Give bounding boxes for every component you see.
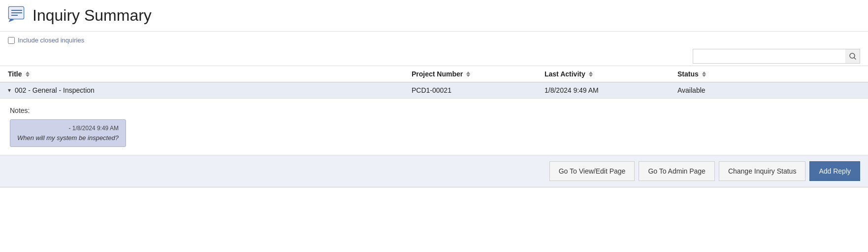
page-title: Inquiry Summary [32,6,152,25]
table-row: ▾ 002 - General - Inspection PCD1-00021 … [0,82,868,187]
expand-icon[interactable]: ▾ [8,87,11,94]
action-footer: Go To View/Edit Page Go To Admin Page Ch… [0,155,868,187]
include-closed-label[interactable]: Include closed inquiries [8,36,84,44]
include-closed-checkbox[interactable] [8,37,15,44]
search-row [0,47,868,66]
row-project-number: PCD1-00021 [412,86,545,94]
page-header: Inquiry Summary [0,0,868,32]
row-last-activity: 1/8/2024 9:49 AM [545,86,677,94]
sort-icon-activity[interactable] [589,72,593,77]
row-title-cell: ▾ 002 - General - Inspection [8,86,412,94]
col-last-activity: Last Activity [545,70,677,78]
search-input[interactable] [693,49,860,64]
svg-line-6 [854,58,856,59]
note-text: When will my system be inspected? [17,134,119,142]
expanded-notes-section: Notes: - 1/8/2024 9:49 AM When will my s… [0,98,868,155]
page-container: Inquiry Summary Include closed inquiries… [0,0,868,187]
add-reply-button[interactable]: Add Reply [809,161,860,181]
filter-row: Include closed inquiries [0,32,868,47]
inquiry-icon [8,6,26,25]
row-title: 002 - General - Inspection [15,86,95,94]
col-project-number: Project Number [412,70,545,78]
admin-page-button[interactable]: Go To Admin Page [639,161,714,181]
sort-icon-title[interactable] [26,72,30,77]
search-icon [849,53,856,60]
row-main: ▾ 002 - General - Inspection PCD1-00021 … [0,82,868,98]
note-box: - 1/8/2024 9:49 AM When will my system b… [10,119,126,147]
sort-icon-status[interactable] [702,72,706,77]
change-status-button[interactable]: Change Inquiry Status [719,161,806,181]
search-button[interactable] [845,49,860,64]
sort-icon-project[interactable] [466,72,470,77]
notes-label: Notes: [10,107,858,114]
table-container: Title Project Number Last Activity [0,66,868,187]
note-timestamp: - 1/8/2024 9:49 AM [17,125,119,132]
search-wrapper [693,49,860,64]
col-status: Status [677,70,860,78]
include-closed-text: Include closed inquiries [18,36,84,44]
col-title: Title [8,70,412,78]
table-header: Title Project Number Last Activity [0,66,868,82]
view-edit-button[interactable]: Go To View/Edit Page [549,161,635,181]
row-status: Available [677,86,860,94]
